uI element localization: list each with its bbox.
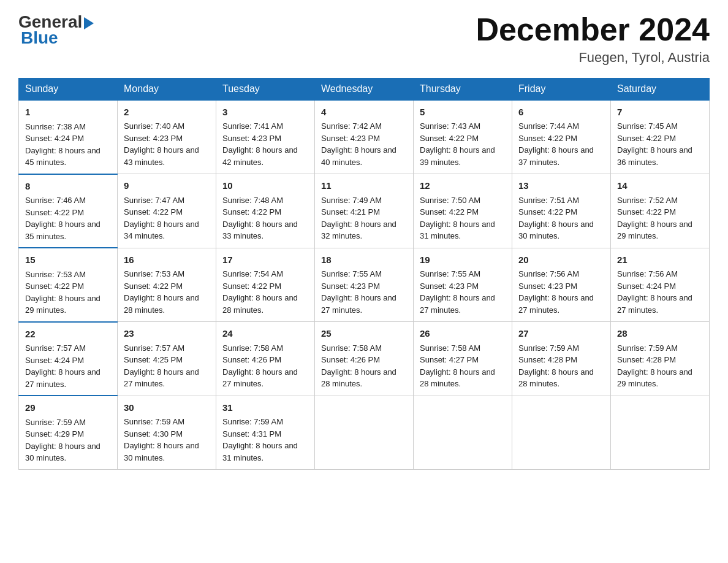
- table-row: 30 Sunrise: 7:59 AM Sunset: 4:30 PM Dayl…: [118, 396, 216, 469]
- calendar-table: Sunday Monday Tuesday Wednesday Thursday…: [18, 78, 710, 470]
- header-monday: Monday: [118, 79, 216, 101]
- sunset-text: Sunset: 4:22 PM: [124, 207, 183, 216]
- sunrise-text: Sunrise: 7:50 AM: [420, 196, 480, 205]
- table-row: 24 Sunrise: 7:58 AM Sunset: 4:26 PM Dayl…: [216, 322, 315, 396]
- sunrise-text: Sunrise: 7:44 AM: [518, 121, 579, 131]
- sunset-text: Sunset: 4:22 PM: [420, 207, 479, 216]
- daylight-text: Daylight: 8 hours and 27 minutes.: [124, 367, 199, 389]
- sunset-text: Sunset: 4:29 PM: [25, 429, 84, 439]
- sunset-text: Sunset: 4:28 PM: [518, 355, 577, 364]
- day-number: 30: [124, 401, 210, 415]
- sunrise-text: Sunrise: 7:45 AM: [617, 121, 678, 131]
- sunset-text: Sunset: 4:23 PM: [124, 134, 183, 143]
- calendar-header-row: Sunday Monday Tuesday Wednesday Thursday…: [19, 79, 710, 101]
- header-tuesday: Tuesday: [216, 79, 315, 101]
- sunset-text: Sunset: 4:28 PM: [617, 355, 676, 364]
- sunset-text: Sunset: 4:23 PM: [222, 134, 281, 143]
- sunrise-text: Sunrise: 7:55 AM: [321, 269, 382, 278]
- daylight-text: Daylight: 8 hours and 45 minutes.: [25, 146, 100, 167]
- daylight-text: Daylight: 8 hours and 33 minutes.: [222, 220, 298, 241]
- daylight-text: Daylight: 8 hours and 28 minutes.: [222, 293, 298, 315]
- sunset-text: Sunset: 4:22 PM: [420, 134, 479, 143]
- sunset-text: Sunset: 4:26 PM: [321, 355, 380, 364]
- sunset-text: Sunset: 4:22 PM: [518, 207, 577, 216]
- sunrise-text: Sunrise: 7:49 AM: [321, 196, 382, 205]
- sunrise-text: Sunrise: 7:53 AM: [25, 270, 86, 279]
- daylight-text: Daylight: 8 hours and 27 minutes.: [222, 367, 298, 389]
- daylight-text: Daylight: 8 hours and 30 minutes.: [518, 220, 594, 241]
- sunset-text: Sunset: 4:24 PM: [25, 356, 84, 365]
- table-row: 3 Sunrise: 7:41 AM Sunset: 4:23 PM Dayli…: [216, 100, 315, 174]
- daylight-text: Daylight: 8 hours and 27 minutes.: [321, 293, 396, 315]
- sunrise-text: Sunrise: 7:42 AM: [321, 121, 382, 131]
- table-row: 10 Sunrise: 7:48 AM Sunset: 4:22 PM Dayl…: [216, 174, 315, 248]
- header-friday: Friday: [512, 79, 611, 101]
- daylight-text: Daylight: 8 hours and 35 minutes.: [25, 220, 100, 241]
- sunset-text: Sunset: 4:30 PM: [124, 429, 183, 439]
- sunrise-text: Sunrise: 7:38 AM: [25, 122, 86, 131]
- calendar-week-row: 15 Sunrise: 7:53 AM Sunset: 4:22 PM Dayl…: [19, 248, 710, 322]
- sunset-text: Sunset: 4:24 PM: [25, 134, 84, 143]
- daylight-text: Daylight: 8 hours and 29 minutes.: [617, 220, 692, 241]
- sunset-text: Sunset: 4:22 PM: [518, 134, 577, 143]
- sunset-text: Sunset: 4:22 PM: [617, 207, 676, 216]
- day-number: 29: [25, 401, 111, 415]
- daylight-text: Daylight: 8 hours and 36 minutes.: [617, 145, 692, 167]
- table-row: 21 Sunrise: 7:56 AM Sunset: 4:24 PM Dayl…: [611, 248, 710, 322]
- day-number: 31: [222, 401, 308, 415]
- day-number: 13: [518, 179, 604, 193]
- table-row: 1 Sunrise: 7:38 AM Sunset: 4:24 PM Dayli…: [19, 100, 118, 174]
- header-thursday: Thursday: [414, 79, 512, 101]
- daylight-text: Daylight: 8 hours and 34 minutes.: [124, 220, 199, 241]
- table-row: 12 Sunrise: 7:50 AM Sunset: 4:22 PM Dayl…: [414, 174, 512, 248]
- sunrise-text: Sunrise: 7:58 AM: [321, 343, 382, 353]
- sunrise-text: Sunrise: 7:58 AM: [420, 343, 480, 353]
- day-number: 22: [25, 327, 111, 342]
- page-header: General Blue December 2024 Fuegen, Tyrol…: [18, 12, 710, 66]
- day-number: 9: [124, 179, 210, 193]
- day-number: 5: [420, 105, 506, 120]
- day-number: 19: [420, 253, 506, 267]
- table-row: 25 Sunrise: 7:58 AM Sunset: 4:26 PM Dayl…: [315, 322, 414, 396]
- table-row: 11 Sunrise: 7:49 AM Sunset: 4:21 PM Dayl…: [315, 174, 414, 248]
- daylight-text: Daylight: 8 hours and 27 minutes.: [518, 293, 594, 315]
- sunset-text: Sunset: 4:23 PM: [420, 282, 479, 291]
- daylight-text: Daylight: 8 hours and 30 minutes.: [25, 442, 100, 463]
- sunrise-text: Sunrise: 7:51 AM: [518, 196, 579, 205]
- day-number: 14: [617, 179, 703, 193]
- sunset-text: Sunset: 4:21 PM: [321, 207, 380, 216]
- daylight-text: Daylight: 8 hours and 31 minutes.: [222, 441, 298, 462]
- header-sunday: Sunday: [19, 79, 118, 101]
- day-number: 4: [321, 105, 407, 120]
- table-row: 15 Sunrise: 7:53 AM Sunset: 4:22 PM Dayl…: [19, 248, 118, 322]
- daylight-text: Daylight: 8 hours and 29 minutes.: [617, 367, 692, 389]
- location-title: Fuegen, Tyrol, Austria: [476, 50, 710, 66]
- daylight-text: Daylight: 8 hours and 40 minutes.: [321, 145, 396, 167]
- daylight-text: Daylight: 8 hours and 28 minutes.: [518, 367, 594, 389]
- logo: General Blue: [18, 12, 94, 48]
- daylight-text: Daylight: 8 hours and 42 minutes.: [222, 145, 298, 167]
- day-number: 17: [222, 253, 308, 267]
- table-row: 9 Sunrise: 7:47 AM Sunset: 4:22 PM Dayli…: [118, 174, 216, 248]
- title-block: December 2024 Fuegen, Tyrol, Austria: [476, 12, 710, 66]
- calendar-week-row: 1 Sunrise: 7:38 AM Sunset: 4:24 PM Dayli…: [19, 100, 710, 174]
- table-row: 18 Sunrise: 7:55 AM Sunset: 4:23 PM Dayl…: [315, 248, 414, 322]
- table-row: [512, 396, 611, 469]
- sunrise-text: Sunrise: 7:57 AM: [25, 343, 86, 353]
- daylight-text: Daylight: 8 hours and 31 minutes.: [420, 220, 495, 241]
- day-number: 6: [518, 105, 604, 120]
- day-number: 3: [222, 105, 308, 120]
- sunrise-text: Sunrise: 7:56 AM: [518, 269, 579, 278]
- table-row: 19 Sunrise: 7:55 AM Sunset: 4:23 PM Dayl…: [414, 248, 512, 322]
- day-number: 15: [25, 253, 111, 267]
- calendar-week-row: 22 Sunrise: 7:57 AM Sunset: 4:24 PM Dayl…: [19, 322, 710, 396]
- table-row: 27 Sunrise: 7:59 AM Sunset: 4:28 PM Dayl…: [512, 322, 611, 396]
- sunrise-text: Sunrise: 7:54 AM: [222, 269, 283, 278]
- daylight-text: Daylight: 8 hours and 27 minutes.: [25, 367, 100, 389]
- sunset-text: Sunset: 4:25 PM: [124, 355, 183, 364]
- day-number: 11: [321, 179, 407, 193]
- table-row: 31 Sunrise: 7:59 AM Sunset: 4:31 PM Dayl…: [216, 396, 315, 469]
- table-row: 13 Sunrise: 7:51 AM Sunset: 4:22 PM Dayl…: [512, 174, 611, 248]
- table-row: [315, 396, 414, 469]
- daylight-text: Daylight: 8 hours and 28 minutes.: [420, 367, 495, 389]
